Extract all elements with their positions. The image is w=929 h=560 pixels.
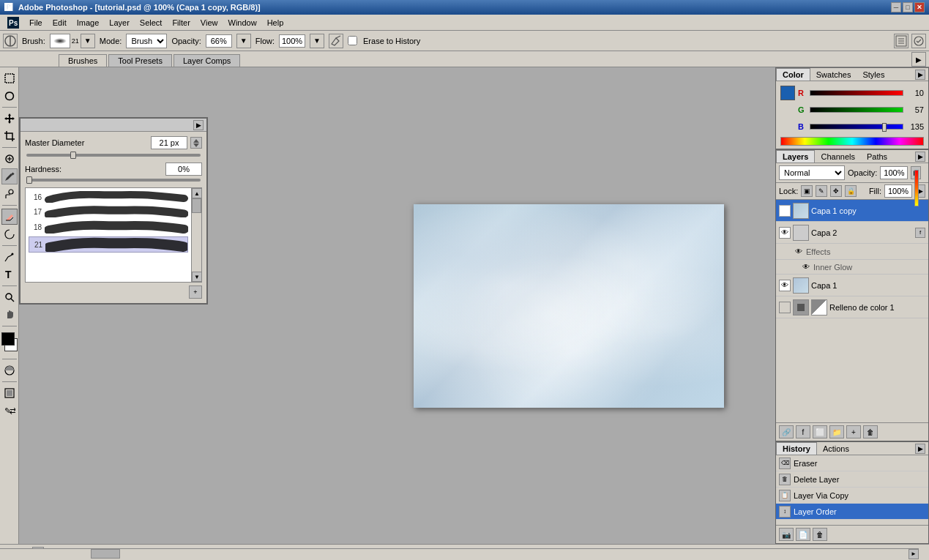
history-menu-btn[interactable]: ▶ [915, 444, 925, 454]
foreground-color[interactable] [1, 332, 15, 346]
hand-tool[interactable] [1, 307, 18, 323]
layer-style-btn[interactable]: f [796, 425, 810, 438]
brush-item-16[interactable]: 16 [29, 191, 188, 203]
menu-file[interactable]: File [25, 17, 47, 29]
extras-btn[interactable]: ✎⇄ [1, 403, 18, 419]
layer-relleno[interactable]: Relleno de color 1 [776, 296, 928, 318]
document-tab-layer-comps[interactable]: Layer Comps [174, 54, 240, 67]
quick-mask-btn[interactable] [1, 362, 18, 378]
lock-image-btn[interactable]: ✎ [816, 185, 827, 197]
layers-opacity-input[interactable] [880, 166, 908, 179]
menu-help[interactable]: Help [263, 17, 288, 29]
minimize-button[interactable]: ─ [891, 2, 901, 12]
tool-preset-picker[interactable] [3, 34, 18, 48]
layer-inner-glow[interactable]: 👁 Inner Glow [776, 260, 928, 275]
airbrush-btn[interactable] [329, 34, 343, 48]
brush-item-21[interactable]: 21 [29, 236, 188, 253]
history-item-copy[interactable]: 📋 Layer Via Copy [776, 488, 928, 504]
layer-eye-capa1[interactable]: 👁 [779, 280, 791, 291]
styles-tab[interactable]: Styles [857, 69, 890, 81]
paths-tab[interactable]: Paths [861, 151, 893, 163]
brush-item-18[interactable]: 18 [29, 220, 188, 234]
brush-panel-header[interactable]: ▶ [20, 119, 206, 132]
brush-dropdown[interactable]: ▼ [81, 34, 95, 48]
stamp-tool[interactable] [1, 186, 18, 202]
menu-window[interactable]: Window [224, 17, 261, 29]
erase-to-history-checkbox[interactable] [348, 36, 357, 45]
flow-dropdown[interactable]: ▼ [310, 34, 324, 48]
hardness-slider-thumb[interactable] [26, 176, 32, 184]
close-button[interactable]: ✕ [914, 2, 925, 12]
color-spectrum-bar[interactable] [780, 137, 924, 146]
history-delete-btn[interactable]: 🗑 [813, 528, 827, 541]
layer-mask-btn[interactable]: ⬜ [813, 425, 827, 438]
lock-all-btn[interactable]: 🔒 [845, 185, 857, 197]
new-layer-btn[interactable]: + [846, 425, 861, 438]
history-tab[interactable]: History [776, 442, 817, 455]
marquee-tool[interactable] [1, 70, 18, 86]
opacity-dropdown[interactable]: ▼ [236, 34, 251, 48]
flow-input[interactable] [279, 34, 305, 48]
diameter-increment-btn[interactable] [190, 137, 202, 149]
layer-eye-capa1copy[interactable]: 👁 [779, 205, 791, 217]
panel-menu-btn[interactable]: ▶ [911, 52, 926, 67]
brush-list-scrollbar[interactable]: ▲ ▼ [191, 188, 201, 282]
mode-select[interactable]: Brush Pencil Block [126, 34, 167, 48]
move-tool[interactable] [1, 111, 18, 127]
healing-brush-tool[interactable] [1, 151, 18, 167]
b-slider[interactable] [810, 124, 903, 130]
screen-mode-btn[interactable] [1, 385, 18, 401]
history-new-doc-btn[interactable]: 📄 [796, 528, 810, 541]
layer-eye-capa2[interactable]: 👁 [779, 227, 791, 239]
history-item-delete[interactable]: 🗑 Delete Layer [776, 471, 928, 488]
canvas-image[interactable] [414, 204, 724, 408]
channels-tab[interactable]: Channels [815, 151, 860, 163]
r-slider[interactable] [810, 90, 903, 96]
delete-layer-btn[interactable]: 🗑 [863, 425, 878, 438]
h-scroll-right[interactable]: ► [909, 549, 919, 559]
scroll-down-btn[interactable]: ▼ [192, 272, 202, 282]
zoom-tool[interactable] [1, 289, 18, 305]
layer-capa2[interactable]: 👁 Capa 2 f [776, 222, 928, 244]
layer-capa1-copy[interactable]: 👁 Capa 1 copy [776, 200, 928, 222]
maximize-button[interactable]: □ [903, 2, 913, 12]
brush-new-btn[interactable]: + [189, 285, 202, 299]
history-snapshot-btn[interactable]: 📷 [779, 528, 794, 541]
scroll-thumb[interactable] [192, 198, 201, 213]
brushes-panel-btn[interactable] [894, 34, 909, 48]
color-panel-menu[interactable]: ▶ [915, 70, 925, 80]
menu-select[interactable]: Select [135, 17, 167, 29]
master-diameter-input[interactable] [151, 136, 187, 149]
h-scrollbar[interactable]: ◄ ► [0, 548, 919, 559]
pen-tool[interactable] [1, 249, 18, 265]
layers-panel-menu[interactable]: ▶ [915, 152, 925, 162]
document-tab-tool-presets[interactable]: Tool Presets [108, 54, 172, 67]
menu-image[interactable]: Image [72, 17, 104, 29]
brush-tool[interactable] [1, 168, 18, 184]
layer-effects[interactable]: 👁 Effects [776, 244, 928, 260]
document-tab-brushes[interactable]: Brushes [59, 54, 107, 67]
menu-view[interactable]: View [196, 17, 223, 29]
layer-eye-relleno[interactable] [779, 302, 791, 313]
color-swatch-fg[interactable] [780, 86, 795, 100]
menu-adobe[interactable]: Ps [3, 15, 23, 30]
menu-layer[interactable]: Layer [105, 17, 134, 29]
opacity-input[interactable] [206, 34, 232, 48]
lasso-tool[interactable] [1, 88, 18, 104]
h-scroll-thumb[interactable] [91, 549, 120, 559]
actions-tab[interactable]: Actions [817, 443, 855, 455]
swatches-tab[interactable]: Swatches [810, 69, 857, 81]
layer-capa1[interactable]: 👁 Capa 1 [776, 275, 928, 296]
color-tab[interactable]: Color [776, 68, 810, 81]
type-tool[interactable]: T [1, 266, 18, 283]
crop-tool[interactable] [1, 128, 18, 144]
history-item-eraser[interactable]: ⌫ Eraser [776, 455, 928, 471]
layers-tab[interactable]: Layers [776, 150, 815, 163]
tool-presets-btn[interactable] [911, 34, 926, 48]
hardness-input[interactable] [165, 163, 202, 176]
blend-mode-select[interactable]: Normal Multiply Screen [779, 165, 845, 180]
layer-link-btn[interactable]: 🔗 [779, 425, 794, 438]
b-slider-thumb[interactable] [882, 123, 887, 132]
menu-filter[interactable]: Filter [168, 17, 194, 29]
layer-group-btn[interactable]: 📁 [829, 425, 844, 438]
